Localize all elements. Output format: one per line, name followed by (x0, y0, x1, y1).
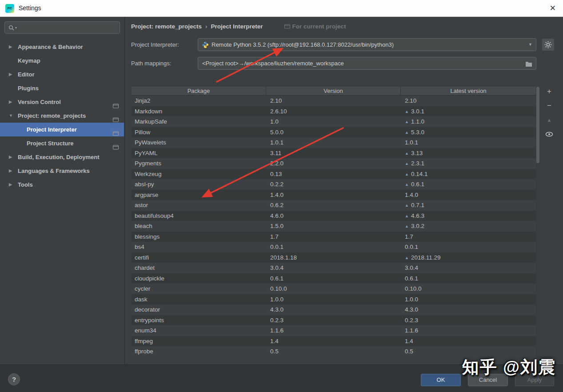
table-scrollbar[interactable] (536, 86, 540, 358)
package-version: 0.13 (266, 169, 400, 180)
table-row-MarkupSafe[interactable]: MarkupSafe1.0▲1.1.0 (132, 116, 536, 127)
sidebar-item-version-control[interactable]: ▶Version Control (0, 95, 124, 109)
browse-button[interactable] (525, 61, 532, 69)
table-row-certifi[interactable]: certifi2018.1.18▲2018.11.29 (132, 252, 536, 263)
chevron-right-icon[interactable]: ▶ (9, 178, 12, 192)
package-version: 3.11 (266, 148, 400, 159)
table-row-Pygments[interactable]: Pygments2.2.0▲2.3.1 (132, 158, 536, 169)
latest-version-text: 1.4 (405, 338, 413, 344)
titlebar: PC Settings ✕ (0, 0, 563, 17)
latest-version-text: 1.4.0 (405, 192, 418, 198)
table-row-astor[interactable]: astor0.6.2▲0.7.1 (132, 200, 536, 211)
package-version: 2.10 (266, 96, 400, 106)
chevron-right-icon[interactable]: ▶ (9, 164, 12, 178)
ok-button[interactable]: OK (421, 374, 461, 386)
package-name: MarkupSafe (132, 116, 266, 127)
search-options-caret-icon[interactable]: ▾ (15, 26, 17, 30)
sidebar-item-editor[interactable]: ▶Editor (0, 68, 124, 81)
package-name: Markdown (132, 106, 266, 117)
cancel-button[interactable]: Cancel (468, 374, 508, 386)
chevron-right-icon[interactable]: ▶ (9, 40, 12, 54)
package-version: 0.10.0 (266, 284, 400, 294)
search-input[interactable]: ▾ (4, 21, 120, 34)
table-row-chardet[interactable]: chardet3.0.43.0.4 (132, 263, 536, 273)
package-latest-version: ▲0.14.1 (400, 169, 536, 180)
package-version: 1.0.1 (266, 137, 400, 148)
sidebar-item-plugins[interactable]: Plugins (0, 81, 124, 95)
sidebar-item-appearance-behavior[interactable]: ▶Appearance & Behavior (0, 40, 124, 54)
package-version: 2.6.10 (266, 106, 400, 117)
sidebar-item-languages-frameworks[interactable]: ▶Languages & Frameworks (0, 164, 124, 178)
upgrade-arrow-icon: ▲ (405, 161, 409, 166)
table-row-entrypoints[interactable]: entrypoints0.2.30.2.3 (132, 315, 536, 326)
table-row-PyYAML[interactable]: PyYAML3.11▲3.13 (132, 148, 536, 159)
table-row-bs4[interactable]: bs40.0.10.0.1 (132, 242, 536, 252)
package-latest-version: 1.4 (400, 336, 536, 347)
table-row-cloudpickle[interactable]: cloudpickle0.6.10.6.1 (132, 273, 536, 284)
table-row-Markdown[interactable]: Markdown2.6.10▲3.0.1 (132, 106, 536, 117)
chevron-right-icon[interactable]: ▶ (9, 150, 12, 164)
package-name: decorator (132, 304, 266, 315)
chevron-down-icon[interactable]: ▼ (528, 42, 532, 47)
table-row-blessings[interactable]: blessings1.71.7 (132, 232, 536, 242)
column-header-latest-version[interactable]: Latest version (400, 86, 536, 95)
chevron-right-icon[interactable]: ▶ (9, 68, 12, 81)
sidebar-item-build-execution-deployment[interactable]: ▶Build, Execution, Deployment (0, 150, 124, 164)
package-name: cloudpickle (132, 273, 266, 284)
table-row-argparse[interactable]: argparse1.4.01.4.0 (132, 190, 536, 200)
upgrade-package-button[interactable]: ▲ (544, 115, 554, 125)
package-version: 0.6.1 (266, 273, 400, 284)
table-row-Werkzeug[interactable]: Werkzeug0.13▲0.14.1 (132, 169, 536, 180)
package-version: 1.4 (266, 336, 400, 347)
chevron-right-icon[interactable]: ▶ (9, 95, 12, 109)
package-version: 0.2.2 (266, 179, 400, 190)
upgrade-arrow-icon: ▲ (405, 256, 409, 260)
package-name: PyWavelets (132, 137, 266, 148)
interpreter-select[interactable]: Remote Python 3.5.2 (sftp://root@192.168… (198, 38, 536, 51)
package-version: 5.0.0 (266, 127, 400, 138)
sidebar-item-project-interpreter[interactable]: Project Interpreter (0, 123, 124, 136)
table-row-ffprobe[interactable]: ffprobe0.50.5 (132, 346, 536, 357)
latest-version-text: 0.14.1 (411, 171, 428, 177)
apply-button[interactable]: Apply (515, 374, 554, 386)
search-icon (8, 25, 14, 31)
latest-version-text: 1.1.0 (411, 118, 424, 125)
table-row-ffmpeg[interactable]: ffmpeg1.41.4 (132, 336, 536, 347)
table-row-decorator[interactable]: decorator4.3.04.3.0 (132, 304, 536, 315)
help-button[interactable]: ? (8, 373, 20, 385)
table-row-bleach[interactable]: bleach1.5.0▲3.0.2 (132, 221, 536, 232)
latest-version-text: 5.3.0 (411, 129, 424, 136)
table-row-absl-py[interactable]: absl-py0.2.2▲0.6.1 (132, 179, 536, 190)
table-row-cycler[interactable]: cycler0.10.00.10.0 (132, 284, 536, 294)
close-icon[interactable]: ✕ (550, 4, 556, 13)
table-row-Jinja2[interactable]: Jinja22.102.10 (132, 96, 536, 106)
package-latest-version: 4.3.0 (400, 304, 536, 315)
column-header-version[interactable]: Version (266, 86, 400, 95)
breadcrumb-project[interactable]: Project: remote_projects (131, 23, 202, 30)
sidebar-item-tools[interactable]: ▶Tools (0, 178, 124, 192)
sidebar-item-project-structure[interactable]: Project Structure (0, 136, 124, 150)
install-package-button[interactable]: + (544, 87, 554, 96)
package-name: dask (132, 294, 266, 305)
package-latest-version: ▲4.6.3 (400, 211, 536, 221)
gear-icon (544, 41, 552, 48)
package-name: Pygments (132, 158, 266, 169)
sidebar-item-keymap[interactable]: Keymap (0, 54, 124, 68)
table-row-PyWavelets[interactable]: PyWavelets1.0.11.0.1 (132, 137, 536, 148)
show-early-releases-button[interactable] (544, 129, 554, 139)
table-row-beautifulsoup4[interactable]: beautifulsoup44.6.0▲4.6.3 (132, 211, 536, 221)
package-latest-version: ▲2018.11.29 (400, 252, 536, 263)
uninstall-package-button[interactable]: − (544, 101, 554, 111)
interpreter-label: Project Interpreter: (131, 41, 179, 48)
table-row-dask[interactable]: dask1.0.01.0.0 (132, 294, 536, 305)
column-header-package[interactable]: Package (132, 86, 266, 95)
chevron-down-icon[interactable]: ▼ (9, 109, 13, 123)
sidebar-item-project-remote-projects[interactable]: ▼Project: remote_projects (0, 109, 124, 123)
package-latest-version: 1.0.1 (400, 137, 536, 148)
table-row-enum34[interactable]: enum341.1.61.1.6 (132, 325, 536, 336)
table-row-Pillow[interactable]: Pillow5.0.0▲5.3.0 (132, 127, 536, 138)
interpreter-settings-button[interactable] (542, 39, 554, 51)
path-mappings-field[interactable]: <Project root>→/workspace/liuzhen/remote… (198, 57, 536, 70)
scrollbar-thumb[interactable] (536, 87, 539, 163)
breadcrumb: Project: remote_projects › Project Inter… (131, 22, 346, 31)
